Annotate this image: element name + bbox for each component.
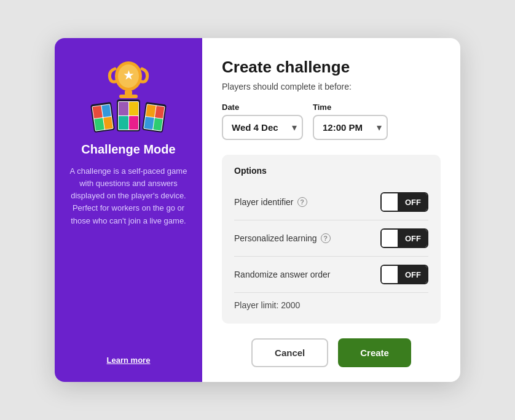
date-select-wrapper: Wed 4 Dec Thu 5 Dec Fri 6 Dec ▾: [222, 115, 303, 140]
app-icon: [103, 117, 113, 130]
toggle-thumb: [382, 230, 399, 247]
app-icon: [119, 102, 128, 115]
phone-left: [90, 102, 115, 133]
app-icon: [129, 102, 139, 115]
footer-buttons: Cancel Create: [222, 336, 441, 367]
phone-screen: [92, 104, 113, 131]
svg-rect-3: [119, 95, 138, 98]
svg-rect-2: [125, 90, 132, 95]
create-button[interactable]: Create: [338, 338, 411, 367]
option-label-randomize-answer-order: Randomize answer order: [234, 270, 330, 279]
toggle-thumb: [382, 266, 399, 283]
svg-text:★: ★: [124, 69, 134, 82]
phone-screen: [118, 101, 139, 130]
time-select-wrapper: 12:00 PM 1:00 PM 2:00 PM ▾: [313, 115, 388, 140]
option-row-player-identifier: Player identifier ? OFF: [234, 184, 428, 220]
app-icon: [146, 104, 155, 117]
page-title: Create challenge: [222, 58, 441, 77]
date-field-group: Date Wed 4 Dec Thu 5 Dec Fri 6 Dec ▾: [222, 103, 303, 140]
option-row-personalized-learning: Personalized learning ? OFF: [234, 220, 428, 257]
time-field-group: Time 12:00 PM 1:00 PM 2:00 PM ▾: [313, 103, 388, 140]
options-title: Options: [234, 166, 428, 176]
player-limit: Player limit: 2000: [234, 293, 428, 310]
app-icon: [154, 106, 164, 119]
learn-more-link[interactable]: Learn more: [107, 356, 151, 365]
app-icon: [119, 116, 128, 130]
left-panel-title: Challenge Mode: [81, 142, 175, 157]
create-challenge-modal: ★: [55, 38, 460, 382]
app-icon: [94, 118, 104, 131]
cancel-button[interactable]: Cancel: [251, 338, 328, 367]
phones-row: [92, 99, 165, 131]
phone-center: [117, 99, 140, 131]
subtitle: Players should complete it before:: [222, 82, 441, 91]
time-label: Time: [313, 103, 388, 112]
help-icon-personalized-learning[interactable]: ?: [321, 233, 331, 243]
left-panel-description: A challenge is a self-paced game with qu…: [69, 165, 187, 227]
option-row-randomize-answer-order: Randomize answer order OFF: [234, 257, 428, 293]
app-icon: [129, 116, 139, 130]
option-label-personalized-learning: Personalized learning ?: [234, 233, 331, 243]
toggle-personalized-learning[interactable]: OFF: [380, 228, 428, 248]
options-section: Options Player identifier ? OFF Personal…: [222, 155, 441, 324]
phone-screen: [143, 104, 165, 131]
toggle-thumb: [382, 193, 399, 211]
phone-right: [142, 102, 167, 133]
trophy-area: ★: [85, 58, 171, 131]
right-panel: Create challenge Players should complete…: [202, 38, 460, 382]
toggle-off-label: OFF: [399, 230, 427, 247]
app-icon: [92, 106, 102, 119]
help-icon-player-identifier[interactable]: ?: [297, 197, 307, 207]
toggle-off-label: OFF: [399, 266, 427, 283]
left-panel: ★: [55, 38, 202, 382]
toggle-off-label: OFF: [399, 193, 427, 211]
time-select[interactable]: 12:00 PM 1:00 PM 2:00 PM: [313, 115, 388, 140]
date-label: Date: [222, 103, 303, 112]
option-label-player-identifier: Player identifier ?: [234, 197, 307, 207]
app-icon: [153, 118, 163, 131]
date-select[interactable]: Wed 4 Dec Thu 5 Dec Fri 6 Dec: [222, 115, 303, 140]
trophy-icon: ★: [107, 58, 150, 101]
date-time-row: Date Wed 4 Dec Thu 5 Dec Fri 6 Dec ▾ Tim…: [222, 103, 441, 140]
app-icon: [101, 104, 111, 117]
app-icon: [144, 117, 154, 130]
toggle-randomize-answer-order[interactable]: OFF: [380, 265, 428, 284]
toggle-player-identifier[interactable]: OFF: [380, 192, 428, 212]
